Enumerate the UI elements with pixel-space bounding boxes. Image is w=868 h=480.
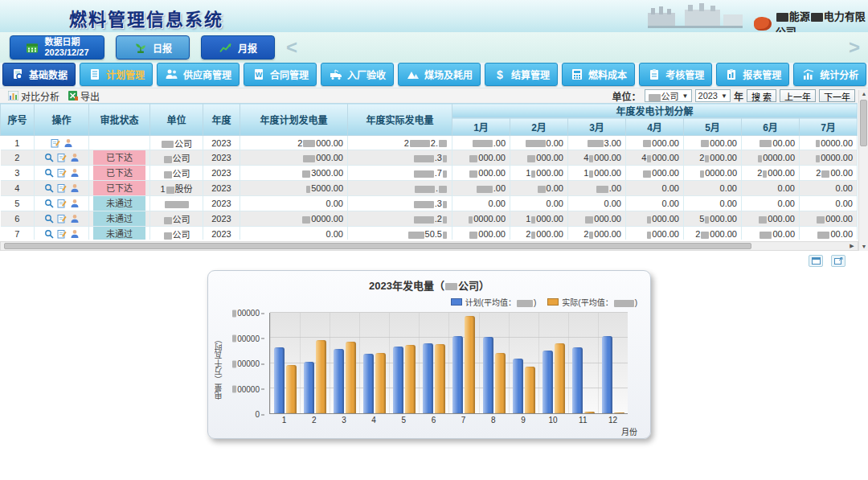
chart-legend: 计划(平均值：)实际(平均值：) (451, 296, 637, 308)
tab-计划管理[interactable]: 计划管理 (80, 63, 153, 86)
table-row[interactable]: 2已下达公司2023000.00.3000.00000.004000.00400… (1, 150, 858, 166)
tab-统计分析[interactable]: 统计分析 (793, 63, 866, 86)
table-row[interactable]: 7未通过公司20230.0050.5000.002000.002000.0000… (1, 227, 858, 240)
column-header: 审批状态 (89, 104, 150, 136)
actual-bar (316, 340, 326, 413)
tab-考核管理[interactable]: 考核管理 (639, 63, 712, 86)
search-icon[interactable] (44, 183, 54, 193)
monthly-report-button[interactable]: 月报 (201, 35, 275, 59)
search-icon[interactable] (44, 229, 54, 239)
data-date-value: 2023/12/27 (44, 47, 88, 58)
month-value-cell: 000.00 (626, 136, 684, 150)
contract-icon: W (252, 68, 266, 81)
month-value-cell: 000.00 (452, 166, 510, 181)
x-tick-label: 3 (329, 416, 358, 425)
column-header: 年度计划发电量 (240, 104, 348, 136)
edit-icon[interactable] (57, 168, 67, 178)
user-icon[interactable] (70, 183, 80, 193)
x-tick-label: 1 (269, 416, 299, 425)
table-row[interactable]: 6未通过公司20230000.00.20000.001000.00000.000… (1, 211, 858, 227)
user-icon[interactable] (70, 199, 80, 208)
search-icon[interactable] (44, 168, 54, 178)
horizontal-scrollbar-thumb[interactable] (4, 243, 751, 249)
compare-analysis-button[interactable]: 对比分析 (8, 89, 59, 103)
month-value-cell: .00 (568, 181, 626, 196)
edit-icon[interactable] (57, 183, 67, 193)
edit-icon[interactable] (57, 153, 67, 162)
tab-报表管理[interactable]: 报表管理 (716, 63, 789, 86)
user-icon[interactable] (70, 229, 80, 239)
tab-label: 供应商管理 (183, 68, 231, 81)
search-icon[interactable] (44, 153, 54, 162)
user-icon[interactable] (70, 214, 80, 224)
table-row[interactable]: 5未通过20230.00.30.000.000.000.000.000.000.… (1, 196, 858, 211)
row-number: 3 (1, 166, 35, 181)
scroll-right-icon[interactable]: > (849, 35, 860, 59)
previous-year-button[interactable]: 上一年 (780, 89, 816, 102)
month-value-cell: 5000.00 (684, 211, 742, 227)
month-value-cell: 000.00 (626, 166, 684, 181)
x-tick-label: 9 (508, 416, 538, 425)
generation-plan-table: 序号操作审批状态单位年度年度计划发电量年度实际发电量年度发电计划分解 1月2月3… (0, 103, 858, 240)
table-row[interactable]: 3已下达公司20233000.00.7000.001000.001000.000… (1, 166, 858, 181)
svg-text:W: W (256, 71, 263, 79)
scrollbar-down-arrow-icon[interactable]: ▼ (859, 243, 868, 251)
row-actions (35, 181, 89, 196)
tab-煤场及耗用[interactable]: 煤场及耗用 (398, 63, 481, 86)
unit-cell: 公司 (150, 211, 203, 227)
plan-bar (423, 343, 433, 413)
user-icon[interactable] (70, 153, 80, 162)
unit-cell: 公司 (150, 136, 203, 150)
tab-供应商管理[interactable]: 供应商管理 (157, 63, 240, 86)
table-row[interactable]: 4已下达1股份20235000.00..000.00.000.000.000.0… (1, 181, 858, 196)
legend-swatch (547, 298, 559, 306)
user-icon[interactable] (63, 138, 73, 148)
generation-chart-panel: 2023年发电量（公司） 计划(平均值：)实际(平均值：) 电量（万千瓦时） 0… (207, 270, 651, 439)
scrollbar-right-arrow-icon[interactable]: ▶ (847, 242, 857, 250)
month-value-cell: 0.00 (510, 196, 568, 211)
daily-report-button[interactable]: 日报 (116, 35, 190, 59)
vertical-scrollbar[interactable]: ▲ ▼ (858, 90, 868, 251)
vertical-scrollbar-thumb[interactable] (860, 100, 867, 146)
edit-icon[interactable] (51, 138, 60, 148)
actual-bar (584, 412, 595, 413)
search-icon[interactable] (44, 199, 54, 208)
tab-基础数据[interactable]: 基础数据 (2, 63, 76, 86)
tab-入厂验收[interactable]: 入厂验收 (321, 63, 394, 86)
scrollbar-up-arrow-icon[interactable]: ▲ (859, 90, 868, 98)
month-value-cell: 00.00 (742, 227, 800, 240)
edit-icon[interactable] (57, 214, 67, 224)
month-value-cell: 000.00 (742, 211, 800, 227)
year-suffix-label: 年 (734, 89, 743, 103)
search-icon[interactable] (44, 214, 54, 224)
unit-select[interactable]: 公司 ▼ (645, 89, 692, 102)
data-date-button[interactable]: 数据日期 2023/12/27 (10, 35, 104, 59)
table-row[interactable]: 1公司20232000.0022..000.003.00000.00000.00… (1, 136, 858, 150)
user-icon[interactable] (70, 168, 80, 178)
year-select-value: 2023 (698, 91, 718, 101)
year-select[interactable]: 2023 ▼ (695, 89, 731, 102)
next-year-button[interactable]: 下一年 (819, 89, 855, 102)
legend-item: 实际(平均值：) (547, 296, 637, 308)
plan-bar (393, 347, 403, 413)
tab-合同管理[interactable]: W合同管理 (244, 63, 317, 86)
edit-icon[interactable] (57, 199, 67, 208)
open-new-window-icon[interactable] (831, 255, 845, 267)
report-icon (724, 68, 739, 81)
annual-plan-cell: 0000.00 (240, 211, 348, 227)
tab-燃料成本[interactable]: 燃料成本 (562, 63, 635, 86)
tab-label: 燃料成本 (588, 68, 627, 81)
plant-icon (133, 41, 148, 54)
bar-group-month-5 (389, 313, 419, 413)
plan-bar (513, 359, 523, 413)
approval-status-cell: 未通过 (89, 227, 150, 240)
approval-status-cell: 未通过 (89, 196, 150, 211)
calculator-icon (570, 68, 584, 81)
horizontal-scrollbar[interactable]: ▶ (0, 241, 858, 251)
restore-window-icon[interactable] (809, 255, 823, 267)
tab-结算管理[interactable]: $结算管理 (485, 63, 558, 86)
export-button[interactable]: 导出 (68, 89, 100, 103)
search-button[interactable]: 搜 索 (747, 89, 776, 102)
edit-icon[interactable] (57, 229, 67, 239)
scroll-left-icon[interactable]: < (286, 35, 297, 59)
